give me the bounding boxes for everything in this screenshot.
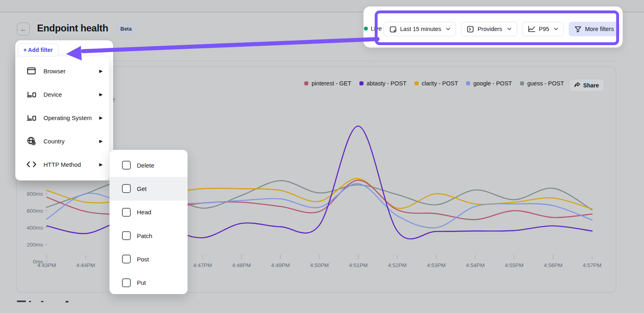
y-axis-label: 400ms — [27, 225, 43, 231]
menu-item-label: Operating System — [43, 114, 92, 121]
share-button[interactable]: Share — [569, 79, 604, 92]
clipped-text-fragment — [66, 301, 68, 303]
x-axis-label: 4:47PM — [193, 262, 212, 268]
legend-swatch-icon — [304, 81, 308, 85]
back-button[interactable]: ← — [17, 23, 30, 35]
filter-button-label: Providers — [477, 26, 502, 32]
x-axis-label: 4:50PM — [310, 262, 329, 268]
legend-swatch-icon — [520, 81, 524, 85]
chevron-down-icon — [554, 27, 558, 31]
chart-legend: pinterest - GETabtasty - POSTclarity - P… — [304, 80, 564, 87]
live-label: Live — [371, 25, 382, 32]
globe-pin-icon — [26, 136, 37, 146]
legend-swatch-icon — [466, 81, 470, 85]
x-axis-label: 4:52PM — [388, 262, 407, 268]
y-axis-label: 800ms — [27, 191, 43, 197]
http-method-submenu: DeleteGetHeadPatchPostPut — [109, 150, 188, 294]
filter-dropdown-menu: Browser▶Device▶Operating System▶Country▶… — [15, 56, 109, 180]
filter-button-label: More filters — [585, 26, 614, 32]
menu-item-country[interactable]: Country▶ — [15, 129, 109, 153]
legend-item-abtasty[interactable]: abtasty - POST — [359, 80, 407, 87]
x-axis-label: 4:51PM — [349, 262, 368, 268]
legend-label: abtasty - POST — [367, 80, 407, 87]
os-icon — [26, 112, 37, 123]
x-axis-label: 4:43PM — [37, 262, 56, 268]
submenu-item-patch[interactable]: Patch — [109, 224, 188, 247]
share-icon — [574, 82, 580, 89]
x-axis-label: 4:44PM — [76, 262, 95, 268]
clipped-text-fragment — [29, 301, 31, 302]
legend-label: google - POST — [473, 80, 512, 87]
live-indicator: Live — [364, 25, 382, 32]
menu-item-label: Device — [43, 91, 62, 98]
legend-label: guess - POST — [527, 80, 564, 87]
filter-button-label: P95 — [539, 26, 549, 32]
terminal-icon — [466, 25, 474, 33]
submenu-item-delete[interactable]: Delete — [109, 153, 188, 177]
chevron-down-icon — [446, 27, 450, 31]
submenu-arrow-icon: ▶ — [99, 115, 103, 120]
checkbox-post[interactable] — [122, 255, 131, 263]
x-axis-label: 4:57PM — [583, 262, 602, 268]
submenu-arrow-icon: ▶ — [99, 92, 103, 97]
checkbox-delete[interactable] — [122, 161, 131, 170]
x-axis-label: 4:53PM — [427, 262, 446, 268]
submenu-item-get[interactable]: Get — [109, 177, 188, 200]
funnel-icon — [574, 26, 582, 33]
device-icon — [26, 89, 37, 99]
x-axis-label: 4:55PM — [505, 262, 524, 268]
menu-item-http-method[interactable]: HTTP Method▶ — [15, 153, 109, 176]
filter-button-label: Last 15 minutes — [400, 26, 441, 32]
submenu-arrow-icon: ▶ — [99, 162, 103, 167]
legend-item-google[interactable]: google - POST — [466, 80, 512, 87]
submenu-item-label: Post — [137, 256, 149, 263]
filter-button-last-15-minutes[interactable]: Last 15 minutes — [384, 22, 456, 36]
submenu-arrow-icon: ▶ — [99, 68, 103, 74]
legend-item-clarity[interactable]: clarity - POST — [415, 80, 458, 87]
legend-item-guess[interactable]: guess - POST — [520, 80, 564, 87]
menu-item-operating-system[interactable]: Operating System▶ — [15, 106, 109, 129]
submenu-item-label: Patch — [137, 232, 152, 239]
submenu-item-label: Head — [137, 209, 151, 216]
legend-label: clarity - POST — [422, 80, 458, 87]
menu-item-device[interactable]: Device▶ — [15, 83, 109, 106]
checkbox-put[interactable] — [122, 278, 131, 287]
menu-item-browser[interactable]: Browser▶ — [15, 59, 109, 83]
submenu-item-post[interactable]: Post — [109, 247, 188, 271]
add-filter-button[interactable]: + Add filter — [18, 43, 58, 56]
submenu-item-head[interactable]: Head — [109, 201, 188, 224]
chart-line-icon — [528, 25, 536, 33]
page-title: Endpoint health — [37, 23, 108, 34]
submenu-item-label: Get — [137, 185, 147, 192]
x-axis-label: 4:49PM — [271, 262, 290, 268]
submenu-item-label: Put — [137, 279, 146, 286]
submenu-item-put[interactable]: Put — [109, 271, 188, 294]
filter-button-row: Last 15 minutesProvidersP95More filters — [384, 22, 619, 36]
beta-badge: Beta — [116, 24, 136, 33]
menu-item-label: Country — [43, 138, 65, 145]
filter-button-providers[interactable]: Providers — [461, 22, 517, 36]
filter-button-more-filters[interactable]: More filters — [569, 22, 619, 36]
checkbox-patch[interactable] — [122, 231, 131, 240]
arrow-left-icon: ← — [20, 25, 27, 33]
filter-button-p95[interactable]: P95 — [522, 22, 564, 36]
x-axis-label: 4:48PM — [232, 262, 251, 268]
clipped-text-fragment — [17, 301, 26, 302]
x-axis-label: 4:56PM — [544, 262, 563, 268]
live-dot-icon — [364, 27, 368, 31]
calendar-icon — [389, 25, 397, 33]
chevron-down-icon — [507, 27, 512, 31]
checkbox-head[interactable] — [122, 208, 131, 217]
legend-item-pinterest[interactable]: pinterest - GET — [304, 80, 351, 87]
y-axis-label: 200ms — [27, 242, 43, 248]
browser-icon — [26, 66, 37, 76]
y-axis-label: 600ms — [27, 208, 43, 214]
x-axis-label: 4:54PM — [466, 262, 485, 268]
checkbox-get[interactable] — [122, 184, 131, 193]
legend-swatch-icon — [415, 81, 419, 85]
menu-item-label: HTTP Method — [43, 161, 81, 168]
menu-item-label: Browser — [43, 68, 66, 75]
clipped-text-fragment — [41, 301, 43, 302]
code-icon — [26, 159, 37, 170]
legend-swatch-icon — [359, 81, 363, 85]
